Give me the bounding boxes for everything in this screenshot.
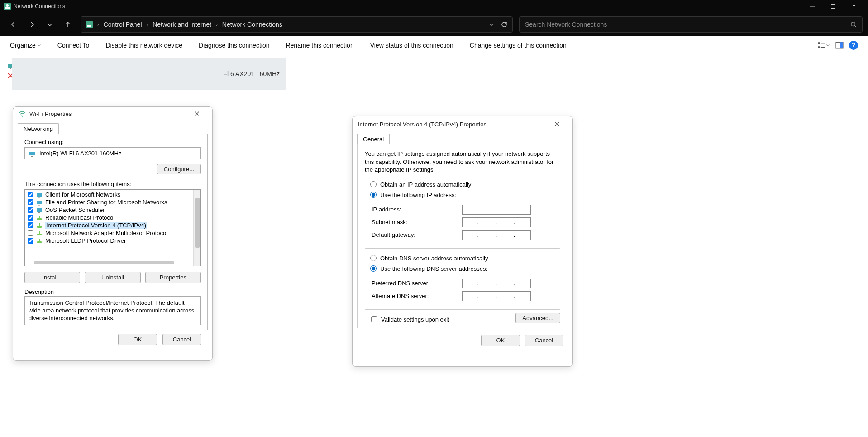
app-icon — [4, 3, 11, 10]
items-heading: This connection uses the following items… — [24, 181, 201, 187]
item-checkbox[interactable] — [28, 222, 33, 228]
vertical-scrollbar[interactable] — [193, 190, 200, 266]
help-button[interactable]: ? — [849, 41, 858, 50]
command-bar: Organize Connect To Disable this network… — [0, 36, 868, 54]
radio-input[interactable] — [370, 255, 377, 261]
view-options[interactable] — [817, 41, 830, 49]
search-box[interactable]: Search Network Connections — [519, 16, 863, 33]
protocol-item[interactable]: QoS Packet Scheduler — [27, 206, 199, 214]
radio-input[interactable] — [370, 265, 377, 272]
protocol-item[interactable]: File and Printer Sharing for Microsoft N… — [27, 198, 199, 206]
up-button[interactable] — [60, 16, 76, 33]
adapter-icon — [29, 150, 36, 157]
address-bar[interactable]: › Control Panel › Network and Internet ›… — [81, 16, 513, 33]
protocol-icon — [36, 230, 43, 236]
close-button[interactable] — [844, 0, 864, 13]
maximize-button[interactable] — [823, 0, 844, 13]
close-button[interactable] — [187, 108, 207, 120]
protocol-icon — [36, 222, 43, 229]
svg-point-9 — [851, 22, 855, 26]
preferred-dns-field[interactable]: ... — [462, 279, 531, 288]
preview-pane-icon[interactable] — [835, 41, 844, 49]
cmd-change-settings[interactable]: Change settings of this connection — [470, 42, 567, 49]
properties-button[interactable]: Properties — [145, 272, 201, 283]
validate-checkbox[interactable] — [371, 316, 377, 322]
item-label: QoS Packet Scheduler — [45, 206, 105, 213]
svg-rect-12 — [818, 46, 820, 48]
ip-address-field[interactable]: ... — [462, 205, 531, 215]
adapter-name: Intel(R) Wi-Fi 6 AX201 160MHz — [39, 150, 121, 157]
horizontal-scrollbar[interactable] — [34, 261, 174, 264]
item-checkbox[interactable] — [28, 215, 33, 221]
refresh-icon[interactable] — [501, 21, 508, 28]
item-checkbox[interactable] — [28, 238, 33, 244]
titlebar: Network Connections — [0, 0, 868, 13]
alternate-dns-label: Alternate DNS server: — [372, 293, 462, 299]
ok-button[interactable]: OK — [118, 334, 157, 345]
protocol-item[interactable]: Internet Protocol Version 4 (TCP/IPv4) — [27, 221, 199, 229]
svg-rect-38 — [37, 241, 42, 243]
description-text: Transmission Control Protocol/Internet P… — [24, 296, 201, 325]
breadcrumb-network-connections[interactable]: Network Connections — [222, 21, 282, 28]
ip-settings-group: IP address:... Subnet mask:... Default g… — [365, 197, 560, 249]
scrollbar-thumb[interactable] — [195, 198, 200, 248]
svg-rect-39 — [39, 239, 40, 241]
svg-rect-24 — [29, 152, 35, 155]
items-listbox[interactable]: Client for Microsoft NetworksFile and Pr… — [24, 189, 201, 266]
tcpip-properties-dialog: Internet Protocol Version 4 (TCP/IPv4) P… — [352, 116, 573, 367]
back-button[interactable] — [5, 16, 22, 33]
ok-button[interactable]: OK — [481, 335, 520, 346]
cmd-diagnose[interactable]: Diagnose this connection — [199, 42, 269, 49]
advanced-button[interactable]: Advanced... — [515, 313, 560, 323]
cmd-connect-to[interactable]: Connect To — [57, 42, 90, 49]
network-service-icon — [36, 207, 43, 213]
validate-label: Validate settings upon exit — [381, 316, 449, 323]
radio-dns-auto[interactable]: Obtain DNS server address automatically — [370, 255, 560, 262]
breadcrumb-network-internet[interactable]: Network and Internet — [153, 21, 211, 28]
content-area: Fi 6 AX201 160MHz Wi-Fi Properties Netwo… — [0, 54, 868, 437]
default-gateway-field[interactable]: ... — [462, 230, 531, 240]
cmd-rename[interactable]: Rename this connection — [286, 42, 353, 49]
adapter-field: Intel(R) Wi-Fi 6 AX201 160MHz — [24, 147, 201, 159]
history-dropdown[interactable] — [42, 16, 58, 33]
install-button[interactable]: Install... — [24, 272, 80, 283]
protocol-item[interactable]: Microsoft Network Adapter Multiplexor Pr… — [27, 229, 199, 237]
item-checkbox[interactable] — [28, 199, 33, 205]
forward-button[interactable] — [24, 16, 40, 33]
protocol-item[interactable]: Microsoft LLDP Protocol Driver — [27, 237, 199, 245]
alternate-dns-field[interactable]: ... — [462, 291, 531, 301]
radio-input[interactable] — [370, 192, 377, 198]
uninstall-button[interactable]: Uninstall — [85, 272, 140, 283]
cancel-button[interactable]: Cancel — [162, 334, 201, 345]
configure-button[interactable]: Configure... — [157, 164, 201, 174]
item-checkbox[interactable] — [28, 207, 33, 213]
cmd-view-status[interactable]: View status of this connection — [370, 42, 453, 49]
close-button[interactable] — [547, 118, 567, 130]
item-checkbox[interactable] — [28, 192, 33, 197]
protocol-item[interactable]: Client for Microsoft Networks — [27, 191, 199, 198]
organize-label: Organize — [10, 42, 36, 49]
radio-ip-auto[interactable]: Obtain an IP address automatically — [370, 181, 560, 188]
minimize-button[interactable] — [802, 0, 823, 13]
organize-menu[interactable]: Organize — [10, 42, 41, 49]
svg-rect-27 — [38, 197, 40, 198]
network-service-icon — [36, 192, 43, 198]
breadcrumb-control-panel[interactable]: Control Panel — [104, 21, 142, 28]
tab-general[interactable]: General — [357, 134, 390, 144]
protocol-item[interactable]: Reliable Multicast Protocol — [27, 214, 199, 221]
cancel-button[interactable]: Cancel — [525, 335, 563, 346]
chevron-down-icon[interactable] — [489, 22, 494, 27]
dialog-titlebar: Wi-Fi Properties — [13, 107, 212, 120]
subnet-mask-field[interactable]: ... — [462, 217, 531, 227]
svg-rect-37 — [39, 231, 40, 234]
wifi-adapter-tile[interactable]: Fi 6 AX201 160MHz — [12, 58, 286, 90]
svg-point-21 — [22, 116, 23, 117]
dns-settings-group: Preferred DNS server:... Alternate DNS s… — [365, 271, 560, 310]
item-checkbox[interactable] — [28, 230, 33, 236]
item-label: Internet Protocol Version 4 (TCP/IPv4) — [45, 222, 147, 229]
cmd-disable-device[interactable]: Disable this network device — [105, 42, 182, 49]
svg-rect-36 — [37, 234, 42, 235]
svg-rect-7 — [86, 21, 93, 28]
radio-input[interactable] — [370, 181, 377, 187]
tab-networking[interactable]: Networking — [18, 123, 59, 134]
